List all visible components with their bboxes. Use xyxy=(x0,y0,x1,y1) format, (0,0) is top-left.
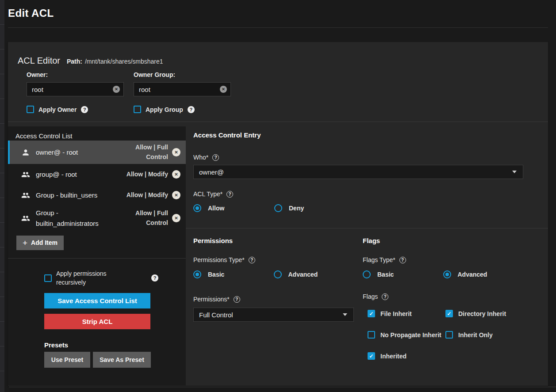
acl-type-help-icon[interactable]: ? xyxy=(226,191,233,198)
ace-title: Access Control Entry xyxy=(193,131,523,139)
radio-button[interactable] xyxy=(274,270,282,278)
use-preset-button[interactable]: Use Preset xyxy=(44,352,90,368)
chevron-down-icon xyxy=(512,171,517,173)
apply-group-help-icon[interactable]: ? xyxy=(188,106,195,113)
radio-button[interactable] xyxy=(363,270,371,278)
permissions-select-value: Full Control xyxy=(199,311,233,319)
editor-title: ACL Editor xyxy=(18,56,60,66)
acl-item-permission: Allow | Full Control xyxy=(119,143,168,162)
acl-item-permission: Allow | Modify xyxy=(119,190,168,200)
acl-type-label-row: ACL Type* ? xyxy=(193,190,523,198)
radio-button[interactable] xyxy=(274,204,282,212)
collapsed-nav-rail[interactable] xyxy=(0,0,4,392)
flag-label: No Propagate Inherit xyxy=(380,331,441,339)
radio-deny[interactable]: Deny xyxy=(274,204,355,212)
flags-row: File Inherit Directory Inherit xyxy=(368,310,523,317)
add-item-button[interactable]: + Add Item xyxy=(16,236,64,250)
remove-item-icon[interactable]: ✕ xyxy=(172,148,180,156)
apply-recursively-checkbox[interactable] xyxy=(44,274,52,282)
radio-permissions-basic[interactable]: Basic xyxy=(193,270,274,278)
permissions-select-label-row: Permissions* ? xyxy=(193,296,354,303)
dataset-path: Path:/mnt/tank/shares/smbshare1 xyxy=(67,58,163,65)
checkbox[interactable] xyxy=(368,310,375,317)
flag-label: Inherited xyxy=(380,353,406,360)
permissions-type-radio-group: Basic Advanced xyxy=(193,270,354,278)
owner-group-input[interactable]: root ✕ xyxy=(134,82,231,96)
apply-recursively-help-icon[interactable]: ? xyxy=(151,274,158,282)
checkbox[interactable] xyxy=(368,352,375,360)
page-title: Edit ACL xyxy=(4,0,556,19)
radio-button[interactable] xyxy=(443,270,451,278)
permissions-select-label: Permissions* xyxy=(193,296,230,303)
who-select[interactable]: owner@ xyxy=(193,165,523,179)
path-value: /mnt/tank/shares/smbshare1 xyxy=(85,58,163,65)
apply-owner-checkbox[interactable] xyxy=(27,106,34,113)
acl-list-item[interactable]: Group - builtin_administrators Allow | F… xyxy=(8,206,186,231)
radio-flags-advanced[interactable]: Advanced xyxy=(443,270,524,278)
checkbox[interactable] xyxy=(368,331,375,339)
acl-item-who: Group - builtin_users xyxy=(36,190,119,200)
flags-help-icon[interactable]: ? xyxy=(382,293,388,300)
radio-allow[interactable]: Allow xyxy=(193,204,274,212)
path-label: Path: xyxy=(67,58,82,65)
apply-group-checkbox[interactable] xyxy=(134,106,141,113)
flags-checkbox-grid: File Inherit Directory Inherit xyxy=(363,310,523,360)
radio-button[interactable] xyxy=(193,270,201,278)
radio-permissions-advanced[interactable]: Advanced xyxy=(274,270,354,278)
who-help-icon[interactable]: ? xyxy=(212,154,219,161)
flags-row: No Propagate Inherit Inherit Only xyxy=(368,331,523,339)
acl-item-who: owner@ - root xyxy=(36,147,119,157)
acl-editor-card: ACL Editor Path:/mnt/tank/shares/smbshar… xyxy=(8,42,548,386)
apply-owner-label: Apply Owner xyxy=(38,106,77,113)
flag-inherit-only[interactable]: Inherit Only xyxy=(445,331,523,339)
remove-item-icon[interactable]: ✕ xyxy=(172,170,180,179)
flag-inherited[interactable]: Inherited xyxy=(368,352,449,360)
who-select-value: owner@ xyxy=(199,168,224,176)
acl-list-title: Access Control List xyxy=(8,126,186,141)
radio-flags-basic[interactable]: Basic xyxy=(363,270,443,278)
flag-no-propagate-inherit[interactable]: No Propagate Inherit xyxy=(368,331,445,339)
acl-list-item[interactable]: Group - builtin_users Allow | Modify ✕ xyxy=(8,185,186,206)
flags-type-help-icon[interactable]: ? xyxy=(399,257,406,263)
permissions-select[interactable]: Full Control xyxy=(193,308,354,322)
flags-checkbox-label-row: Flags ? xyxy=(363,293,523,300)
flag-directory-inherit[interactable]: Directory Inherit xyxy=(445,310,523,317)
apply-recursively-row[interactable]: Apply permissions recursively ? xyxy=(44,269,158,287)
flags-column: Flags Flags Type* ? Basic xyxy=(363,237,523,373)
flag-label: Inherit Only xyxy=(458,331,493,339)
owner-input-value: root xyxy=(32,86,43,93)
flags-checkbox-label: Flags xyxy=(363,293,378,300)
owner-label: Owner: xyxy=(27,71,124,78)
strip-acl-button[interactable]: Strip ACL xyxy=(44,314,150,329)
clear-owner-group-icon[interactable]: ✕ xyxy=(220,86,227,93)
owner-input[interactable]: root ✕ xyxy=(27,82,124,96)
permissions-type-help-icon[interactable]: ? xyxy=(249,257,255,263)
ace-section-divider xyxy=(186,228,548,228)
save-as-preset-button[interactable]: Save As Preset xyxy=(93,352,151,368)
group-icon xyxy=(21,191,30,200)
flag-file-inherit[interactable]: File Inherit xyxy=(368,310,445,317)
flag-label: Directory Inherit xyxy=(458,310,506,317)
apply-group-row[interactable]: Apply Group ? xyxy=(134,106,231,113)
acl-editor-header-section: ACL Editor Path:/mnt/tank/shares/smbshar… xyxy=(8,42,548,122)
acl-list-item[interactable]: owner@ - root Allow | Full Control ✕ xyxy=(8,141,186,164)
apply-group-label: Apply Group xyxy=(146,106,183,113)
remove-item-icon[interactable]: ✕ xyxy=(172,214,180,222)
radio-label: Deny xyxy=(289,205,304,212)
clear-owner-icon[interactable]: ✕ xyxy=(113,86,120,93)
checkbox[interactable] xyxy=(445,331,453,339)
permissions-column: Permissions Permissions Type* ? Basic xyxy=(193,237,354,373)
flags-type-label-row: Flags Type* ? xyxy=(363,256,523,263)
flag-label: File Inherit xyxy=(380,310,412,317)
checkbox[interactable] xyxy=(445,310,453,317)
acl-type-label: ACL Type* xyxy=(193,190,222,198)
remove-item-icon[interactable]: ✕ xyxy=(172,191,180,199)
radio-button[interactable] xyxy=(193,204,201,212)
flags-type-radio-group: Basic Advanced xyxy=(363,270,523,278)
bottom-strip xyxy=(9,387,556,392)
apply-owner-help-icon[interactable]: ? xyxy=(81,106,88,113)
apply-owner-row[interactable]: Apply Owner ? xyxy=(27,106,124,113)
permissions-help-icon[interactable]: ? xyxy=(234,296,240,303)
acl-list-item[interactable]: group@ - root Allow | Modify ✕ xyxy=(8,164,186,185)
save-acl-button[interactable]: Save Access Control List xyxy=(44,293,150,308)
